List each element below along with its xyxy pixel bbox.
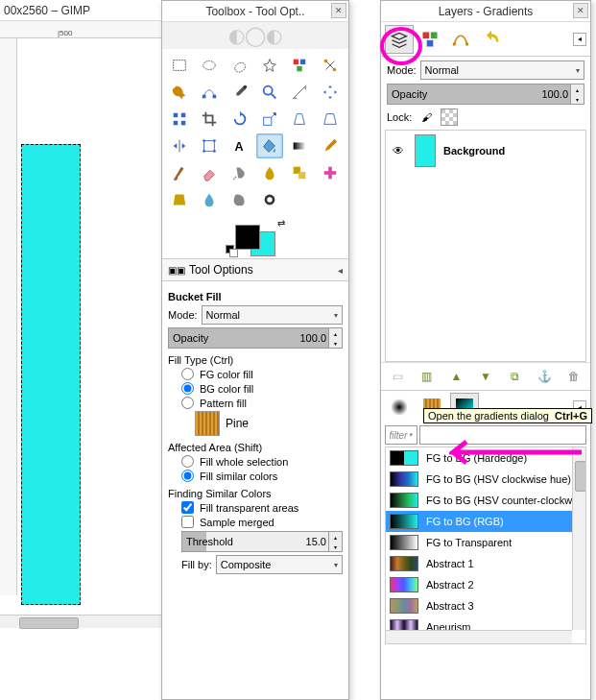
sample-merged-check[interactable]: Sample merged <box>181 516 343 528</box>
layer-group-icon[interactable]: ▥ <box>417 367 437 386</box>
layer-row[interactable]: 👁 Background <box>386 131 585 171</box>
layer-opacity-down-icon[interactable]: ▾ <box>570 94 584 104</box>
layer-opacity-up-icon[interactable]: ▴ <box>570 84 584 94</box>
fill-pattern-radio[interactable]: Pattern fill <box>181 397 343 409</box>
layers-menu-icon[interactable]: ◂ <box>573 33 586 46</box>
gradient-filter-input[interactable] <box>419 425 586 445</box>
tool-bucket-fill[interactable] <box>256 133 283 158</box>
tool-cage[interactable] <box>196 133 223 158</box>
threshold-up-icon[interactable]: ▴ <box>328 532 342 542</box>
pattern-thumbnail[interactable] <box>195 411 220 436</box>
tool-flip[interactable] <box>166 133 193 158</box>
tool-clone[interactable] <box>286 160 313 185</box>
tool-shear[interactable] <box>286 107 313 132</box>
fill-transparent-check[interactable]: Fill transparent areas <box>181 501 343 514</box>
gradient-row[interactable]: FG to BG (HSV counter-clockwise hue) <box>386 490 585 511</box>
toolbox-close-icon[interactable]: ✕ <box>331 3 346 18</box>
svg-rect-21 <box>294 142 306 149</box>
tool-perspective-clone[interactable] <box>166 187 193 212</box>
gradient-list[interactable]: FG to BG (Hardedge)FG to BG (HSV clockwi… <box>385 447 586 644</box>
fill-similar-radio[interactable]: Fill similar colors <box>181 470 343 482</box>
lock-pixels-icon[interactable]: 🖌 <box>417 109 435 126</box>
lower-layer-icon[interactable]: ▼ <box>476 367 495 386</box>
tool-blend[interactable] <box>286 133 313 158</box>
ruler-vertical[interactable] <box>0 38 17 595</box>
tool-heal[interactable] <box>317 160 344 185</box>
image-canvas[interactable] <box>21 144 81 605</box>
layer-name[interactable]: Background <box>443 145 505 157</box>
tool-move[interactable] <box>317 80 344 105</box>
anchor-layer-icon[interactable]: ⚓ <box>535 367 554 386</box>
tool-align[interactable] <box>166 107 193 132</box>
tool-zoom[interactable] <box>256 80 283 105</box>
tool-fuzzy-select[interactable] <box>256 53 283 78</box>
delete-layer-icon[interactable]: 🗑 <box>564 367 584 386</box>
layer-thumbnail[interactable] <box>415 134 436 167</box>
tool-ellipse-select[interactable] <box>196 53 223 78</box>
raise-layer-icon[interactable]: ▲ <box>446 367 465 386</box>
tool-rotate[interactable] <box>226 107 253 132</box>
tool-free-select[interactable] <box>226 53 253 78</box>
tool-intelligent-scissors[interactable] <box>317 53 344 78</box>
fill-by-select[interactable]: Composite▾ <box>216 555 343 574</box>
tab-undo-icon[interactable] <box>477 25 506 54</box>
tool-crop[interactable] <box>196 107 223 132</box>
layer-mode-select[interactable]: Normal▾ <box>420 60 584 80</box>
gradient-row[interactable]: Abstract 3 <box>386 595 585 616</box>
foreground-color-swatch[interactable] <box>235 225 260 250</box>
gradients-tooltip: Open the gradients dialog Ctrl+G <box>423 408 592 423</box>
tool-scale[interactable] <box>256 107 283 132</box>
gradient-row[interactable]: Abstract 2 <box>386 574 585 595</box>
tool-text[interactable]: A <box>226 133 253 158</box>
tool-dodge-burn[interactable] <box>256 187 283 212</box>
duplicate-layer-icon[interactable]: ⧉ <box>506 367 525 386</box>
fill-whole-radio[interactable]: Fill whole selection <box>181 455 343 468</box>
tool-pencil[interactable] <box>317 133 344 158</box>
gradient-row[interactable]: FG to BG (RGB) <box>386 511 585 532</box>
tool-options-menu-icon[interactable]: ◂ <box>338 265 343 276</box>
lock-alpha-icon[interactable] <box>441 109 458 126</box>
fill-bg-radio[interactable]: BG color fill <box>181 382 343 395</box>
gradient-scroll-horizontal[interactable] <box>386 630 572 643</box>
layer-opacity-slider[interactable]: Opacity 100.0 ▴▾ <box>387 84 584 105</box>
threshold-down-icon[interactable]: ▾ <box>328 542 342 551</box>
tool-by-color-select[interactable] <box>286 53 313 78</box>
tool-eraser[interactable] <box>196 160 223 185</box>
canvas-scroll-horizontal[interactable] <box>0 615 161 628</box>
gradient-row[interactable]: FG to Transparent <box>386 532 585 553</box>
gradient-scroll-vertical[interactable] <box>572 447 585 630</box>
tool-airbrush[interactable] <box>226 160 253 185</box>
opacity-down-icon[interactable]: ▾ <box>328 338 342 348</box>
tool-foreground-select[interactable] <box>166 80 193 105</box>
layer-list[interactable]: 👁 Background <box>385 130 586 362</box>
threshold-slider[interactable]: Threshold 15.0 ▴▾ <box>181 531 343 552</box>
tab-channels-icon[interactable] <box>416 25 444 54</box>
svg-rect-12 <box>181 113 186 118</box>
tool-color-picker[interactable] <box>226 80 253 105</box>
gradient-tab-strip: ◂ Open the gradients dialog Ctrl+G <box>381 390 590 423</box>
mode-select[interactable]: Normal▾ <box>202 305 343 325</box>
tool-measure[interactable] <box>286 80 313 105</box>
gradient-filter-select[interactable]: filter▾ <box>385 425 417 445</box>
swap-colors-icon[interactable]: ⇄ <box>277 218 285 229</box>
gradient-row[interactable]: FG to BG (Hardedge) <box>386 447 585 469</box>
visibility-eye-icon[interactable]: 👁 <box>390 142 407 159</box>
tool-perspective[interactable] <box>317 107 344 132</box>
tool-rect-select[interactable] <box>166 53 193 78</box>
new-layer-icon[interactable]: ▭ <box>388 367 407 386</box>
layers-close-icon[interactable]: ✕ <box>573 3 588 18</box>
ruler-horizontal[interactable]: |500 <box>0 21 161 38</box>
fill-fg-radio[interactable]: FG color fill <box>181 368 343 380</box>
opacity-up-icon[interactable]: ▴ <box>328 328 342 338</box>
tool-paths[interactable] <box>196 80 223 105</box>
tool-paintbrush[interactable] <box>166 160 193 185</box>
tool-ink[interactable] <box>256 160 283 185</box>
tab-layers-icon[interactable] <box>385 25 414 54</box>
gradient-row[interactable]: Abstract 1 <box>386 553 585 574</box>
tool-smudge[interactable] <box>226 187 253 212</box>
gradient-row[interactable]: FG to BG (HSV clockwise hue) <box>386 469 585 490</box>
tool-blur-sharpen[interactable] <box>196 187 223 212</box>
tab-brushes-icon[interactable] <box>385 393 414 422</box>
opacity-slider[interactable]: Opacity 100.0 ▴▾ <box>168 327 343 349</box>
tab-paths-icon[interactable] <box>446 25 475 54</box>
